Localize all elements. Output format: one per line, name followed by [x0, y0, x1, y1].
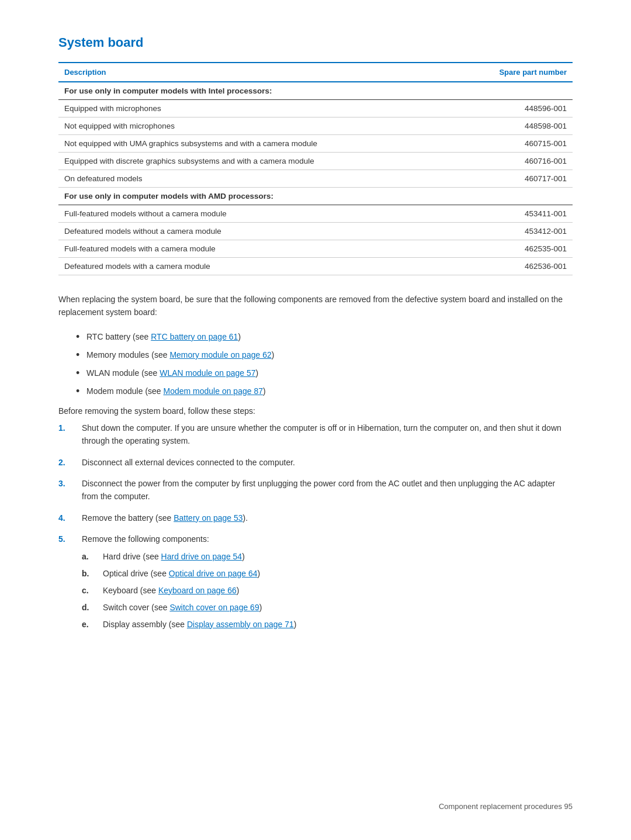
row-spare-number: 462536-001: [454, 258, 573, 275]
steps-list: 1.Shut down the computer. If you are uns…: [58, 421, 573, 635]
step-item-4: 5.Remove the following components:a.Hard…: [58, 533, 573, 635]
row-spare-number: 448598-001: [454, 117, 573, 135]
sub-letter: d.: [82, 602, 103, 614]
sub-letter: a.: [82, 551, 103, 563]
sub-content: Hard drive (see Hard drive on page 54): [103, 551, 245, 563]
table-row: Equipped with discrete graphics subsyste…: [58, 153, 573, 170]
sub-link-0[interactable]: Hard drive on page 54: [161, 552, 242, 561]
row-description: Full-featured models with a camera modul…: [58, 240, 454, 258]
table-row: Full-featured models with a camera modul…: [58, 240, 573, 258]
bullet-item-3: Modem module (see Modem module on page 8…: [76, 385, 573, 397]
row-spare-number: 453411-001: [454, 205, 573, 223]
sub-item-4-2: c.Keyboard (see Keyboard on page 66): [82, 585, 573, 597]
row-spare-number: 460715-001: [454, 135, 573, 153]
page-title: System board: [58, 35, 573, 50]
table-row: Equipped with microphones448596-001: [58, 100, 573, 117]
sub-link-1[interactable]: Optical drive on page 64: [169, 569, 258, 578]
step-number-0: 1.: [58, 421, 82, 448]
sub-link-3[interactable]: Switch cover on page 69: [169, 603, 259, 612]
step-link-3[interactable]: Battery on page 53: [174, 513, 242, 523]
step-number-4: 5.: [58, 533, 82, 635]
table-row: Not equipped with microphones448598-001: [58, 117, 573, 135]
row-description: Equipped with discrete graphics subsyste…: [58, 153, 454, 170]
table-row: Not equipped with UMA graphics subsystem…: [58, 135, 573, 153]
components-list: RTC battery (see RTC battery on page 61)…: [76, 331, 573, 397]
sub-letter: b.: [82, 568, 103, 580]
row-spare-number: 460717-001: [454, 170, 573, 188]
row-spare-number: 453412-001: [454, 223, 573, 240]
table-row: Defeatured models with a camera module46…: [58, 258, 573, 275]
sub-link-4[interactable]: Display assembly on page 71: [187, 620, 294, 629]
row-description: Equipped with microphones: [58, 100, 454, 117]
sub-content: Display assembly (see Display assembly o…: [103, 618, 297, 631]
row-description: Not equipped with microphones: [58, 117, 454, 135]
step-content-3: Remove the battery (see Battery on page …: [82, 511, 573, 524]
section-header-1: For use only in computer models with AMD…: [58, 188, 573, 205]
row-description: Defeatured models without a camera modul…: [58, 223, 454, 240]
intro-text: When replacing the system board, be sure…: [58, 293, 573, 319]
sub-letter: c.: [82, 585, 103, 597]
col-description-header: Description: [58, 63, 454, 82]
bullet-link-3[interactable]: Modem module on page 87: [164, 386, 263, 396]
bullet-item-1: Memory modules (see Memory module on pag…: [76, 349, 573, 361]
table-row: Defeatured models without a camera modul…: [58, 223, 573, 240]
step-item-0: 1.Shut down the computer. If you are uns…: [58, 421, 573, 448]
step-content-4: Remove the following components:a.Hard d…: [82, 533, 573, 635]
sub-item-4-1: b.Optical drive (see Optical drive on pa…: [82, 568, 573, 580]
table-row: Full-featured models without a camera mo…: [58, 205, 573, 223]
sub-content: Optical drive (see Optical drive on page…: [103, 568, 260, 580]
step-number-1: 2.: [58, 456, 82, 469]
row-spare-number: 448596-001: [454, 100, 573, 117]
sub-link-2[interactable]: Keyboard on page 66: [158, 586, 237, 595]
col-spare-header: Spare part number: [454, 63, 573, 82]
sub-item-4-3: d.Switch cover (see Switch cover on page…: [82, 602, 573, 614]
sub-letter: e.: [82, 618, 103, 631]
step-item-1: 2.Disconnect all external devices connec…: [58, 456, 573, 469]
sub-item-4-0: a.Hard drive (see Hard drive on page 54): [82, 551, 573, 563]
bullet-link-0[interactable]: RTC battery on page 61: [151, 332, 238, 341]
row-description: Defeatured models with a camera module: [58, 258, 454, 275]
step-number-3: 4.: [58, 511, 82, 524]
sub-list-4: a.Hard drive (see Hard drive on page 54)…: [82, 551, 573, 631]
row-description: On defeatured models: [58, 170, 454, 188]
step-item-2: 3.Disconnect the power from the computer…: [58, 477, 573, 503]
bullet-item-2: WLAN module (see WLAN module on page 57): [76, 367, 573, 379]
table-row: On defeatured models460717-001: [58, 170, 573, 188]
parts-table: Description Spare part number For use on…: [58, 62, 573, 275]
step-item-3: 4.Remove the battery (see Battery on pag…: [58, 511, 573, 524]
bullet-item-0: RTC battery (see RTC battery on page 61): [76, 331, 573, 343]
bullet-link-1[interactable]: Memory module on page 62: [169, 350, 271, 359]
sub-content: Keyboard (see Keyboard on page 66): [103, 585, 240, 597]
bullet-link-2[interactable]: WLAN module on page 57: [160, 368, 255, 378]
sub-content: Switch cover (see Switch cover on page 6…: [103, 602, 262, 614]
page-footer: Component replacement procedures 95: [439, 802, 573, 811]
step-content-1: Disconnect all external devices connecte…: [82, 456, 573, 469]
row-spare-number: 460716-001: [454, 153, 573, 170]
row-description: Not equipped with UMA graphics subsystem…: [58, 135, 454, 153]
sub-item-4-4: e.Display assembly (see Display assembly…: [82, 618, 573, 631]
steps-intro: Before removing the system board, follow…: [58, 406, 573, 416]
section-header-0: For use only in computer models with Int…: [58, 82, 573, 100]
step-content-0: Shut down the computer. If you are unsur…: [82, 421, 573, 448]
step-number-2: 3.: [58, 477, 82, 503]
step-content-2: Disconnect the power from the computer b…: [82, 477, 573, 503]
row-spare-number: 462535-001: [454, 240, 573, 258]
row-description: Full-featured models without a camera mo…: [58, 205, 454, 223]
